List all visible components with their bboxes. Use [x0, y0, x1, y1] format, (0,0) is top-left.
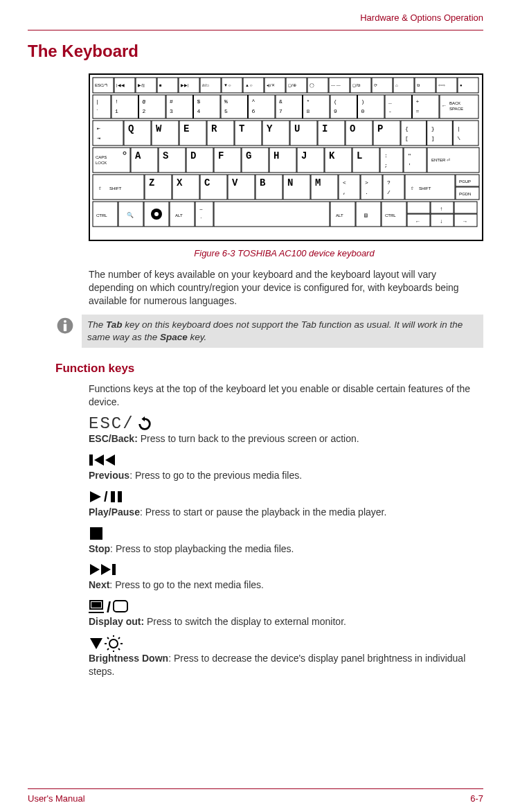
svg-line-232 — [107, 648, 109, 650]
svg-rect-214 — [118, 491, 122, 502]
svg-text:|: | — [457, 125, 460, 132]
svg-text::: : — [384, 152, 388, 159]
fn-prev-desc: : Press to go to the previous media file… — [129, 470, 302, 481]
svg-text:O: O — [350, 123, 355, 134]
svg-rect-202 — [407, 202, 430, 213]
svg-text:SHIFT: SHIFT — [109, 186, 122, 191]
svg-text:◯: ◯ — [310, 83, 314, 88]
svg-text:— —: — — — [331, 83, 341, 87]
svg-rect-206 — [64, 324, 66, 331]
svg-text:\: \ — [457, 135, 460, 141]
intro-paragraph: The number of keys available on your key… — [89, 268, 480, 308]
svg-marker-216 — [90, 564, 100, 575]
svg-text:D: D — [190, 150, 196, 161]
svg-text:⌂: ⌂ — [395, 83, 398, 87]
fn-brightdown-label: Brightness Down — [89, 653, 168, 664]
svg-text:/: / — [104, 489, 108, 504]
svg-text:CTRL: CTRL — [385, 213, 396, 218]
svg-text:W: W — [156, 123, 162, 134]
svg-rect-134 — [380, 148, 403, 173]
svg-text:<: < — [343, 179, 346, 186]
svg-text:🔍: 🔍 — [127, 211, 134, 218]
svg-rect-184 — [195, 202, 213, 227]
svg-text:;: ; — [384, 162, 388, 168]
svg-rect-218 — [112, 564, 116, 575]
svg-text:Q: Q — [128, 123, 134, 134]
svg-text:/: / — [387, 189, 391, 195]
fn-stop-block: Stop: Press to stop playbacking the medi… — [89, 526, 480, 556]
svg-text:M: M — [315, 177, 321, 188]
svg-text:■: ■ — [159, 83, 162, 87]
svg-text:U: U — [294, 123, 300, 134]
svg-text:C: C — [204, 177, 210, 188]
svg-text:*: * — [307, 98, 310, 105]
footer-right: 6-7 — [470, 793, 483, 804]
svg-marker-210 — [105, 454, 115, 466]
fn-stop-label: Stop — [89, 543, 110, 554]
svg-text:$: $ — [197, 98, 201, 105]
svg-text:V: V — [232, 177, 238, 188]
svg-text:": " — [408, 152, 411, 159]
note-callout: The Tab key on this keyboard does not su… — [55, 315, 483, 348]
svg-rect-190 — [356, 202, 381, 227]
svg-text:2: 2 — [143, 108, 146, 114]
svg-text:!: ! — [115, 98, 118, 105]
svg-text:⇤: ⇤ — [97, 125, 100, 132]
fn-play-label: Play/Pause — [89, 506, 140, 518]
svg-rect-187 — [214, 202, 330, 227]
svg-text:◻/⊕: ◻/⊕ — [288, 83, 296, 87]
svg-text:ALT: ALT — [336, 213, 343, 218]
svg-text:&: & — [279, 98, 283, 105]
svg-text:▼☼: ▼☼ — [224, 83, 231, 87]
svg-text:R: R — [211, 123, 217, 134]
svg-text:N: N — [287, 177, 293, 188]
svg-text:B: B — [260, 177, 266, 188]
stop-icon — [89, 526, 480, 541]
previous-track-icon — [89, 452, 480, 468]
fn-display-block: / Display out: Press to switch the displ… — [89, 599, 480, 628]
svg-text:⇧: ⇧ — [98, 185, 102, 191]
svg-point-181 — [154, 212, 159, 216]
svg-text:): ) — [361, 98, 365, 105]
svg-text:{: { — [405, 125, 409, 132]
svg-point-205 — [64, 320, 66, 323]
function-keys-intro: Functions keys at the top of the keyboar… — [89, 382, 480, 409]
svg-text:H: H — [274, 150, 279, 161]
svg-text:1: 1 — [115, 108, 118, 114]
svg-text:@: @ — [143, 98, 146, 105]
fn-prev-label: Previous — [89, 470, 129, 481]
svg-text:G: G — [246, 150, 251, 161]
svg-text:▲☼: ▲☼ — [245, 83, 253, 87]
fn-display-label: Display out: — [89, 616, 144, 627]
header-rule — [28, 30, 483, 30]
svg-rect-109 — [453, 121, 478, 145]
fn-next-label: Next — [89, 579, 109, 590]
page-footer: User's Manual 6-7 — [28, 788, 483, 804]
svg-text:}: } — [431, 125, 435, 132]
svg-text:BACK: BACK — [449, 101, 460, 105]
svg-text:8: 8 — [307, 108, 310, 114]
footer-left: User's Manual — [28, 793, 85, 804]
page-title: The Keyboard — [28, 42, 483, 61]
svg-marker-209 — [94, 454, 104, 466]
svg-text:ENTER  ⏎: ENTER ⏎ — [431, 158, 450, 162]
header-section: Hardware & Options Operation — [28, 12, 483, 23]
svg-rect-223 — [114, 601, 127, 612]
svg-marker-211 — [90, 491, 101, 502]
svg-text:K: K — [329, 150, 335, 161]
svg-text:|◀◀: |◀◀ — [116, 83, 125, 87]
svg-rect-103 — [401, 121, 427, 145]
fn-play-desc: : Press to start or pause the playback i… — [140, 506, 386, 518]
svg-text:': ' — [408, 162, 411, 168]
fn-play-block: / Play/Pause: Press to start or pause th… — [89, 489, 480, 519]
svg-text:+: + — [416, 98, 420, 105]
svg-text:⎚/◻: ⎚/◻ — [202, 83, 209, 87]
figure-caption: Figure 6-3 TOSHIBA AC100 device keyboard — [89, 248, 480, 258]
svg-text:⇧: ⇧ — [411, 185, 414, 191]
fn-esc-label: ESC/Back: — [89, 433, 138, 444]
svg-text:T: T — [239, 123, 244, 134]
svg-text:↑: ↑ — [440, 206, 443, 212]
svg-marker-207 — [141, 416, 145, 421]
svg-text:[: [ — [405, 135, 409, 141]
svg-text:●: ● — [460, 83, 463, 87]
